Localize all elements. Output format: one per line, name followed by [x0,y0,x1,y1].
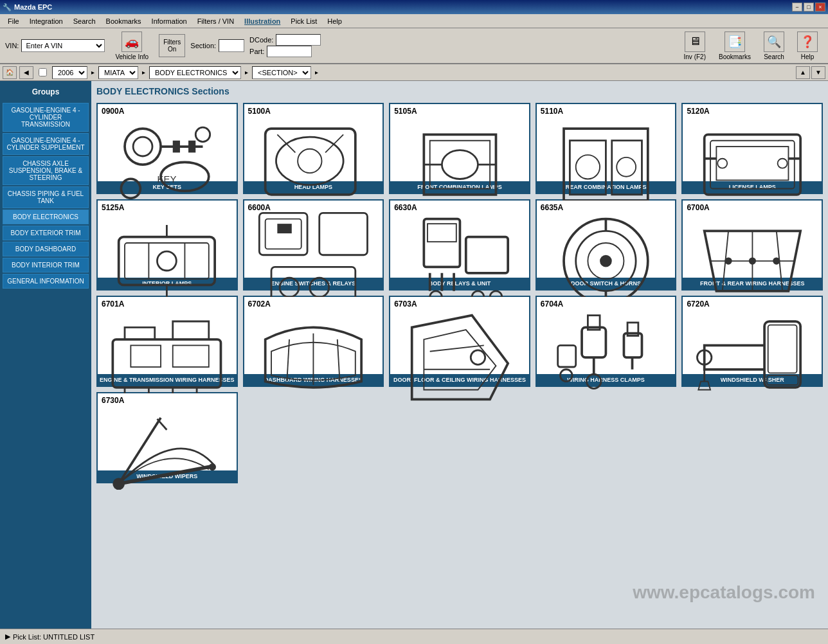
svg-point-70 [471,350,485,364]
section-dropdown[interactable]: <SECTION> [252,66,311,79]
window-controls[interactable]: − □ × [792,3,825,12]
section-illustration [400,111,520,175]
section-card-0900a[interactable]: 0900A KEY KEY SETS [96,103,238,194]
sidebar-item-body-electronics[interactable]: BODY ELECTRONICS [3,210,89,224]
section-code: 6720A [687,300,709,309]
section-card-5110a[interactable]: 5110A REAR COMBINATION LAMPS [536,103,677,194]
vin-group: VIN: Enter A VIN [5,39,105,52]
app-icon: 🔧 [3,3,12,12]
sidebar-item-gasoline-trans[interactable]: GASOLINE-ENGINE 4 -CYLINDER TRANSMISSION [3,103,89,132]
part-label: Part: [249,48,264,55]
vehicle-info-button[interactable]: 🚗 Vehicle Info [110,30,154,62]
section-card-6700a[interactable]: 6700A FRONT & REAR WIRING HARNESSES [681,199,823,291]
model-dropdown[interactable]: MIATA [98,66,138,79]
section-code: 6704A [541,300,563,309]
page-title: BODY ELECTRONICS Sections [96,86,823,96]
section-code: 6730A [102,396,124,405]
menu-help[interactable]: Help [322,16,347,26]
sidebar-item-general-info[interactable]: GENERAL INFORMATION [3,274,89,289]
section-card-6600a[interactable]: 6600A ENGINE SWITCHES & RELAYS [243,199,384,291]
close-button[interactable]: × [815,3,825,12]
scroll-down-button[interactable]: ▼ [811,66,825,79]
menu-picklist[interactable]: Pick List [285,16,322,26]
section-illustration [253,303,374,368]
section-card-5100a[interactable]: 5100A HEAD LAMPS [243,103,384,194]
year-dropdown[interactable]: 2006 [52,66,87,79]
menu-file[interactable]: File [3,16,24,26]
section-card-5125a[interactable]: 5125A INTERIOR LAMPS [96,199,238,291]
section-card-5105a[interactable]: 5105A FRONT COMBINATION LAMPS [389,103,530,194]
section-card-6703a[interactable]: 6703A DOOR, FLOOR & CEILING WIRING HARNE… [389,296,530,387]
section-card-6635a[interactable]: 6635A DOOR SWITCH & HORNS [536,199,677,291]
section-illustration [400,207,520,271]
vin-label: VIN: [5,42,19,49]
search-button[interactable]: 🔍 Search [759,30,789,62]
svg-text:KEY: KEY [158,174,177,184]
minimize-button[interactable]: − [792,3,802,12]
section-group: Section: [190,39,244,52]
group-dropdown[interactable]: BODY ELECTRONICS [149,66,241,79]
sidebar-item-chassis-axle[interactable]: CHASSIS AXLE SUSPENSION, BRAKE & STEERIN… [3,156,89,185]
scroll-up-button[interactable]: ▲ [796,66,810,79]
section-code: 5105A [394,107,417,116]
section-card-6730a[interactable]: 6730A WINDSHIELD WIPERS [96,392,238,483]
vehicle-info-icon: 🚗 [122,31,142,52]
menu-filters-vin[interactable]: Filters / VIN [192,16,239,26]
section-card-6630a[interactable]: 6630A BODY RELAYS & UNIT [389,199,530,291]
svg-point-55 [724,257,732,264]
section-input[interactable] [219,39,244,52]
svg-rect-63 [131,345,161,367]
section-code: 6703A [394,300,417,309]
section-card-6704a[interactable]: 6704A WIRING HARNESS CLAMPS [536,296,677,387]
svg-point-57 [773,257,780,264]
help-button[interactable]: ❓ Help [792,30,823,62]
svg-point-79 [561,370,573,382]
section-code: 6702A [248,300,271,309]
section-img-area: 5105A [390,104,529,181]
menu-search[interactable]: Search [68,16,101,26]
svg-rect-64 [173,345,209,367]
section-code: 5125A [102,203,124,212]
section-img-area: 6701A [98,297,237,374]
menu-information[interactable]: Information [147,16,192,26]
part-input[interactable] [267,46,312,57]
menu-integration[interactable]: Integration [24,16,68,26]
nav-back-button[interactable]: ◀ [19,66,33,79]
svg-point-56 [749,257,756,264]
section-img-area: 5120A [683,104,822,181]
section-img-area: 6720A [683,297,822,374]
section-card-6720a[interactable]: 6720A WINDSHIELD WASHER [681,296,823,387]
inv-button[interactable]: 🖥 Inv (F2) [679,30,711,62]
nav-scroll: ▲ ▼ [796,66,825,79]
section-card-6702a[interactable]: 6702A DASHBOARD WIRING HARNESSES [243,296,384,387]
nav-arrow-4: ▸ [315,69,318,76]
section-card-5120a[interactable]: 5120A LICENSE LAMPS [681,103,823,194]
restore-button[interactable]: □ [804,3,814,12]
svg-rect-71 [582,327,606,357]
sidebar-item-body-dashboard[interactable]: BODY DASHBOARD [3,242,89,256]
svg-rect-27 [125,243,209,279]
dcode-group: DCode: Part: [249,34,321,57]
svg-rect-41 [465,237,507,273]
sidebar-item-gasoline-supp[interactable]: GASOLINE-ENGINE 4 -CYLINDER SUPPLEMENT [3,133,89,155]
filters-button[interactable]: Filters On [159,34,185,57]
section-code: 5100A [248,107,271,116]
dcode-label: DCode: [249,36,273,44]
nav-checkbox[interactable] [39,68,47,76]
sidebar-item-chassis-piping[interactable]: CHASSIS PIPING & FUEL TANK [3,186,89,208]
menu-bookmarks[interactable]: Bookmarks [101,16,147,26]
svg-rect-40 [424,219,460,267]
svg-rect-39 [277,224,291,233]
section-card-6701a[interactable]: 6701A ENGINE & TRANSMISSION WIRING HARNE… [96,296,238,387]
menu-illustration[interactable]: Illustration [239,16,285,26]
sidebar-item-body-exterior[interactable]: BODY EXTERIOR TRIM [3,226,89,240]
section-code: 6700A [687,203,709,212]
section-label: Section: [190,42,216,49]
nav-home-button[interactable]: 🏠 [3,66,17,79]
svg-rect-78 [558,345,576,367]
dcode-input[interactable] [276,34,321,46]
bookmarks-button[interactable]: 📑 Bookmarks [714,30,756,62]
sidebar-title: Groups [3,84,89,100]
vin-dropdown[interactable]: Enter A VIN [21,39,105,52]
sidebar-item-body-interior[interactable]: BODY INTERIOR TRIM [3,258,89,273]
